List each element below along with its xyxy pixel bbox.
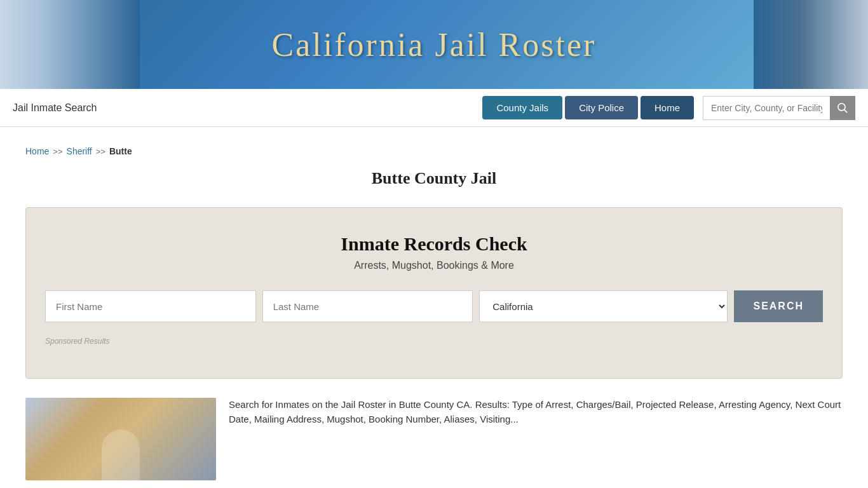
bottom-description: Search for Inmates on the Jail Roster in… bbox=[229, 398, 843, 480]
breadcrumb-sep-2: >> bbox=[96, 147, 105, 156]
city-police-button[interactable]: City Police bbox=[565, 96, 638, 119]
content-area: Home >> Sheriff >> Butte Butte County Ja… bbox=[0, 127, 868, 488]
state-select[interactable]: AlabamaAlaskaArizonaArkansasCaliforniaCo… bbox=[479, 290, 728, 322]
navbar-nav: County Jails City Police Home bbox=[482, 96, 855, 120]
inmate-records-section: Inmate Records Check Arrests, Mugshot, B… bbox=[25, 207, 843, 379]
navbar-search-input[interactable] bbox=[703, 96, 830, 120]
site-title: California Jail Roster bbox=[272, 26, 597, 64]
breadcrumb-current: Butte bbox=[109, 146, 132, 156]
sponsored-label: Sponsored Results bbox=[45, 337, 109, 346]
bottom-image bbox=[25, 398, 216, 480]
first-name-input[interactable] bbox=[45, 290, 256, 322]
search-icon bbox=[837, 103, 848, 113]
navbar-brand: Jail Inmate Search bbox=[13, 102, 482, 114]
home-button[interactable]: Home bbox=[641, 96, 694, 119]
inmate-search-form: AlabamaAlaskaArizonaArkansasCaliforniaCo… bbox=[45, 290, 823, 322]
page-title: Butte County Jail bbox=[25, 169, 843, 188]
last-name-input[interactable] bbox=[262, 290, 473, 322]
inmate-section-title: Inmate Records Check bbox=[45, 233, 823, 255]
navbar-search-button[interactable] bbox=[830, 96, 855, 120]
inmate-section-subtitle: Arrests, Mugshot, Bookings & More bbox=[45, 260, 823, 271]
header-banner: California Jail Roster bbox=[0, 0, 868, 89]
breadcrumb-sheriff-link[interactable]: Sheriff bbox=[67, 146, 92, 156]
county-jails-button[interactable]: County Jails bbox=[482, 96, 562, 119]
breadcrumb-sep-1: >> bbox=[53, 147, 62, 156]
bottom-section: Search for Inmates on the Jail Roster in… bbox=[25, 398, 843, 488]
breadcrumb-home-link[interactable]: Home bbox=[25, 146, 49, 156]
inmate-search-button[interactable]: SEARCH bbox=[734, 290, 823, 322]
navbar-search-wrapper bbox=[703, 96, 855, 120]
breadcrumb: Home >> Sheriff >> Butte bbox=[25, 140, 843, 169]
navbar: Jail Inmate Search County Jails City Pol… bbox=[0, 89, 868, 127]
